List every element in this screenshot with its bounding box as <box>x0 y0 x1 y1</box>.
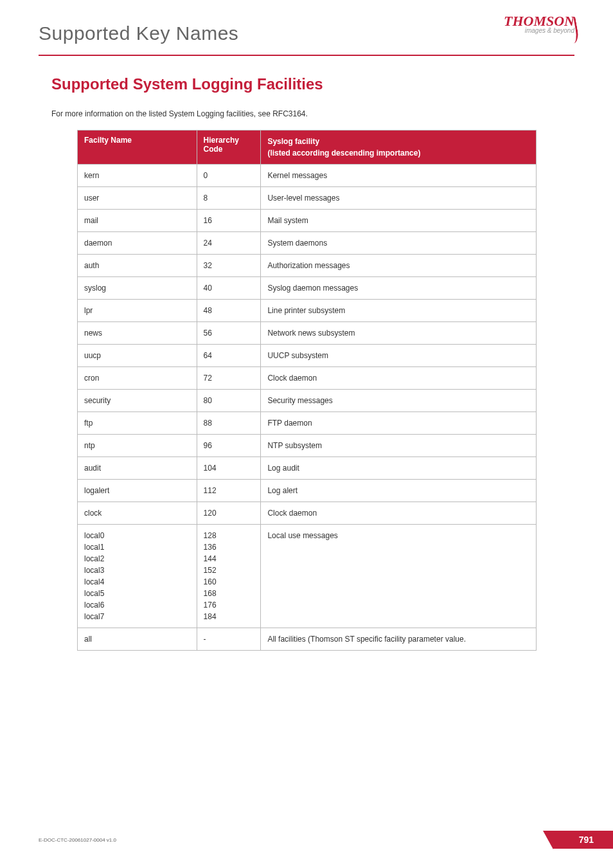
cell-name: security <box>78 390 197 412</box>
table-row: uucp64UUCP subsystem <box>78 345 537 367</box>
table-row: clock120Clock daemon <box>78 502 537 525</box>
cell-desc: Security messages <box>261 390 536 412</box>
table-row: kern0Kernel messages <box>78 165 537 187</box>
cell-desc: Network news subsystem <box>261 322 536 345</box>
table-row: audit104Log audit <box>78 457 537 480</box>
cell-desc: Kernel messages <box>261 165 536 187</box>
cell-code: 104 <box>197 457 261 480</box>
cell-code: 56 <box>197 322 261 345</box>
cell-name: logalert <box>78 480 197 502</box>
table-row: ftp88FTP daemon <box>78 412 537 435</box>
table-row: lpr48Line printer subsystem <box>78 300 537 322</box>
cell-desc: Log alert <box>261 480 536 502</box>
cell-name: daemon <box>78 232 197 255</box>
col-header-desc: Syslog facility (listed according descen… <box>261 131 536 165</box>
cell-code: 80 <box>197 390 261 412</box>
table-row: cron72Clock daemon <box>78 367 537 390</box>
page-footer: E-DOC-CTC-20061027-0004 v1.0 791 <box>39 831 613 849</box>
cell-name: kern <box>78 165 197 187</box>
cell-code: 88 <box>197 412 261 435</box>
cell-code: 24 <box>197 232 261 255</box>
cell-code: 72 <box>197 367 261 390</box>
intro-text: For more information on the listed Syste… <box>51 109 562 118</box>
col-header-name: Facilty Name <box>78 131 197 165</box>
cell-name: cron <box>78 367 197 390</box>
page-header: Supported Key Names THOMSON images & bey… <box>0 0 613 51</box>
cell-name: all <box>78 628 197 651</box>
cell-code: - <box>197 628 261 651</box>
table-row: syslog40Syslog daemon messages <box>78 277 537 300</box>
cell-code: 16 <box>197 210 261 232</box>
cell-desc: FTP daemon <box>261 412 536 435</box>
cell-code: 0 <box>197 165 261 187</box>
main-content: Supported System Logging Facilities For … <box>0 56 613 651</box>
cell-desc: NTP subsystem <box>261 435 536 457</box>
cell-desc: User-level messages <box>261 187 536 210</box>
logo-tagline: images & beyond <box>478 27 574 34</box>
cell-name: user <box>78 187 197 210</box>
table-row: mail16Mail system <box>78 210 537 232</box>
cell-name: mail <box>78 210 197 232</box>
cell-name: audit <box>78 457 197 480</box>
table-header-row: Facilty Name Hierarchy Code Syslog facil… <box>78 131 537 165</box>
cell-code: 96 <box>197 435 261 457</box>
cell-name: ftp <box>78 412 197 435</box>
table-row: news56Network news subsystem <box>78 322 537 345</box>
cell-desc: Syslog daemon messages <box>261 277 536 300</box>
header-title: Supported Key Names <box>39 13 238 44</box>
cell-code: 48 <box>197 300 261 322</box>
table-row: logalert112Log alert <box>78 480 537 502</box>
col-header-code: Hierarchy Code <box>197 131 261 165</box>
table-row: ntp96NTP subsystem <box>78 435 537 457</box>
cell-desc: Local use messages <box>261 525 536 628</box>
cell-desc: Clock daemon <box>261 502 536 525</box>
facilities-table: Facilty Name Hierarchy Code Syslog facil… <box>77 130 537 651</box>
cell-name: uucp <box>78 345 197 367</box>
cell-name: lpr <box>78 300 197 322</box>
cell-desc: All facilities (Thomson ST specific faci… <box>261 628 536 651</box>
cell-name: news <box>78 322 197 345</box>
cell-name: auth <box>78 255 197 277</box>
cell-desc: UUCP subsystem <box>261 345 536 367</box>
cell-desc: Clock daemon <box>261 367 536 390</box>
doc-id: E-DOC-CTC-20061027-0004 v1.0 <box>39 837 116 843</box>
cell-code: 32 <box>197 255 261 277</box>
cell-code: 120 <box>197 502 261 525</box>
cell-name: syslog <box>78 277 197 300</box>
section-title: Supported System Logging Facilities <box>51 75 562 93</box>
cell-desc: Mail system <box>261 210 536 232</box>
cell-code: 64 <box>197 345 261 367</box>
cell-code: 40 <box>197 277 261 300</box>
table-row: daemon24System daemons <box>78 232 537 255</box>
cell-name: clock <box>78 502 197 525</box>
table-row: user8User-level messages <box>78 187 537 210</box>
cell-code: 128 136 144 152 160 168 176 184 <box>197 525 261 628</box>
cell-desc: Authorization messages <box>261 255 536 277</box>
page-number: 791 <box>553 831 613 849</box>
cell-name: ntp <box>78 435 197 457</box>
cell-name: local0 local1 local2 local3 local4 local… <box>78 525 197 628</box>
table-row: all-All facilities (Thomson ST specific … <box>78 628 537 651</box>
brand-logo: THOMSON images & beyond <box>478 13 574 51</box>
cell-desc: Log audit <box>261 457 536 480</box>
logo-swoosh-icon <box>563 17 580 45</box>
cell-code: 112 <box>197 480 261 502</box>
table-row: auth32Authorization messages <box>78 255 537 277</box>
cell-desc: Line printer subsystem <box>261 300 536 322</box>
table-row: local0 local1 local2 local3 local4 local… <box>78 525 537 628</box>
cell-code: 8 <box>197 187 261 210</box>
table-row: security80Security messages <box>78 390 537 412</box>
cell-desc: System daemons <box>261 232 536 255</box>
